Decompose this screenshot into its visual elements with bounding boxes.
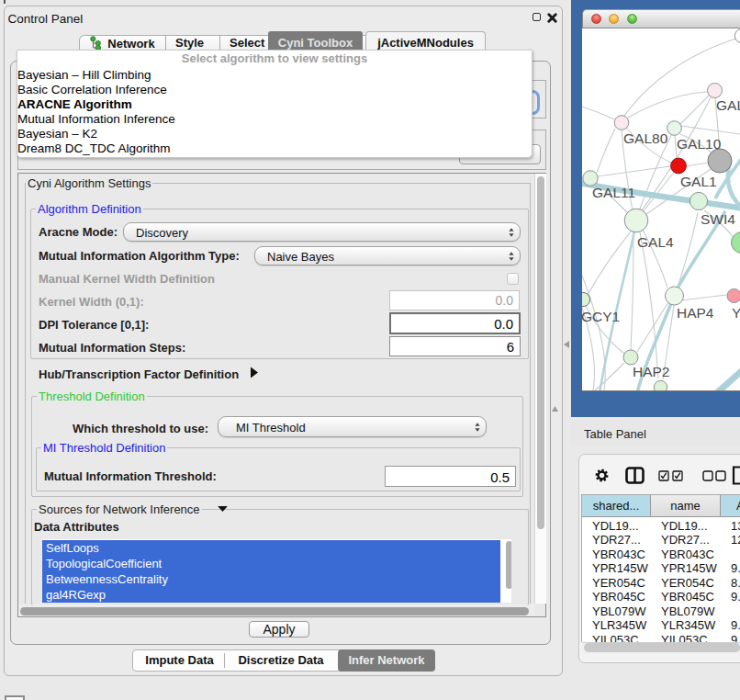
svg-text:GAL1: GAL1 bbox=[680, 174, 717, 189]
svg-text:GAL11: GAL11 bbox=[592, 185, 635, 200]
svg-text:Y: Y bbox=[732, 305, 740, 321]
svg-text:HAP2: HAP2 bbox=[633, 364, 670, 379]
svg-text:SWI4: SWI4 bbox=[701, 211, 735, 227]
svg-text:GAL80: GAL80 bbox=[623, 130, 668, 146]
svg-text:GAL4: GAL4 bbox=[637, 234, 674, 250]
svg-text:HAP4: HAP4 bbox=[677, 305, 714, 321]
svg-text:GAL10: GAL10 bbox=[677, 136, 722, 152]
svg-text:GCY1: GCY1 bbox=[582, 309, 620, 324]
svg-text:GAL: GAL bbox=[716, 97, 740, 113]
